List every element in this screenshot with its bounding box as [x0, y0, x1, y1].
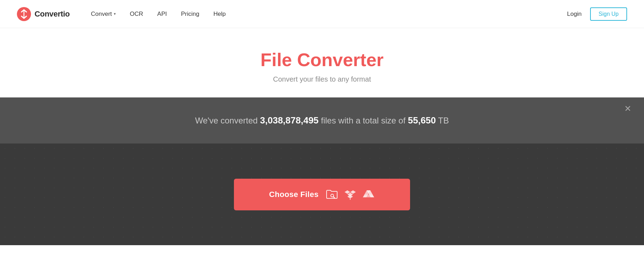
close-button[interactable]: ✕	[624, 104, 631, 113]
upload-section: Choose Files	[0, 144, 644, 245]
converter-box: ✕ We've converted 3,038,878,495 files wi…	[0, 97, 644, 245]
stats-suffix: TB	[436, 116, 449, 125]
nav-ocr[interactable]: OCR	[130, 11, 143, 18]
nav-help[interactable]: Help	[213, 11, 226, 18]
svg-marker-4	[345, 190, 350, 194]
hero-title: File Converter	[7, 49, 637, 70]
login-link[interactable]: Login	[567, 11, 582, 18]
stats-count: 3,038,878,495	[260, 115, 318, 126]
nav-convert[interactable]: Convert ▾	[91, 11, 116, 18]
stats-text: We've converted 3,038,878,495 files with…	[7, 115, 637, 126]
nav-pricing[interactable]: Pricing	[181, 11, 199, 18]
dropbox-icon	[344, 188, 357, 201]
hero-subtitle: Convert your files to any format	[7, 75, 637, 83]
file-icons	[326, 188, 375, 201]
folder-search-icon	[326, 188, 338, 201]
logo-area: Convertio	[17, 7, 70, 21]
logo-icon	[17, 7, 31, 21]
stats-size: 55,650	[408, 115, 436, 126]
stats-middle: files with a total size of	[318, 116, 408, 125]
choose-files-label: Choose Files	[269, 190, 319, 199]
stats-prefix: We've converted	[195, 116, 260, 125]
navbar: Convertio Convert ▾ OCR API Pricing Help…	[0, 0, 644, 28]
brand-name: Convertio	[35, 9, 70, 19]
nav-links: Convert ▾ OCR API Pricing Help	[91, 11, 567, 18]
svg-marker-7	[347, 195, 353, 198]
svg-line-3	[333, 197, 335, 198]
hero-section: File Converter Convert your files to any…	[0, 28, 644, 97]
google-drive-icon	[362, 188, 375, 201]
nav-right: Login Sign Up	[567, 7, 627, 21]
chevron-down-icon: ▾	[114, 12, 116, 16]
nav-api[interactable]: API	[157, 11, 167, 18]
svg-marker-5	[350, 190, 356, 194]
signup-button[interactable]: Sign Up	[590, 7, 627, 21]
stats-bar: We've converted 3,038,878,495 files with…	[0, 97, 644, 144]
choose-files-button[interactable]: Choose Files	[234, 179, 410, 210]
